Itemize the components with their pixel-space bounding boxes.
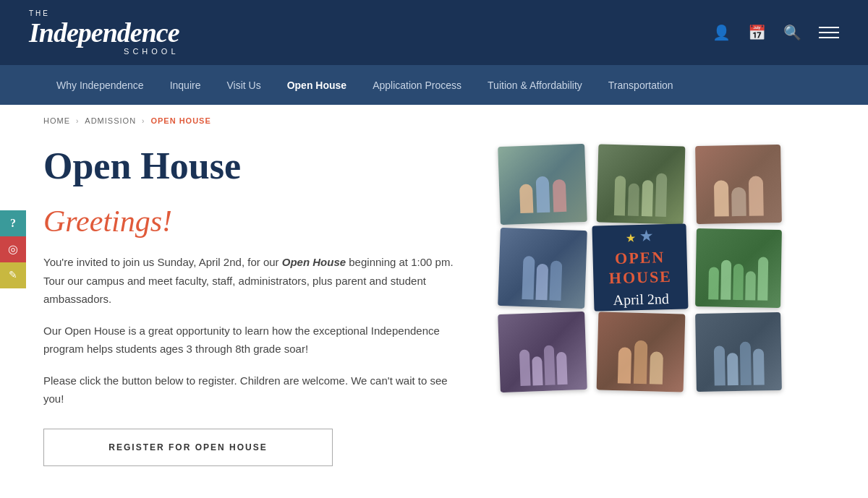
para1-text: You're invited to join us Sunday, April …	[43, 256, 282, 268]
open-house-card: ★ ★ OPEN HOUSE April 2nd	[592, 223, 688, 311]
logo-the: THE	[29, 10, 179, 17]
nav-transportation[interactable]: Transportation	[595, 65, 686, 105]
nav-visit-us[interactable]: Visit Us	[213, 65, 273, 105]
header-icons: 👤 📅 🔍	[712, 24, 839, 41]
open-house-title: OPEN HOUSE	[608, 248, 672, 288]
breadcrumb-current: OPEN HOUSE	[150, 116, 210, 125]
breadcrumb-home[interactable]: HOME	[43, 116, 70, 125]
photo-card-6	[695, 228, 782, 308]
para1-bold: Open House	[282, 256, 346, 268]
breadcrumb-sep-2: ›	[142, 117, 145, 125]
location-icon: ◎	[8, 242, 18, 256]
search-icon[interactable]: 🔍	[783, 24, 801, 41]
question-icon: ?	[10, 217, 16, 230]
nav-application-process[interactable]: Application Process	[359, 65, 475, 105]
user-icon[interactable]: 👤	[712, 24, 731, 41]
nav-open-house[interactable]: Open House	[274, 65, 359, 105]
main-nav: Why Independence Inquire Visit Us Open H…	[0, 65, 868, 105]
photo-card-7	[498, 312, 587, 392]
photo-collage: ★ ★ OPEN HOUSE April 2nd	[499, 145, 781, 398]
paragraph-3: Please click the button below to registe…	[43, 372, 470, 408]
logo-independence: Independence	[29, 19, 179, 46]
open-house-overlay: ★ ★ OPEN HOUSE April 2nd	[600, 224, 680, 312]
main-content: Open House Greetings! You're invited to …	[0, 131, 868, 495]
paragraph-1: You're invited to join us Sunday, April …	[43, 253, 470, 309]
photo-card-9	[695, 312, 782, 392]
greetings-heading: Greetings!	[43, 204, 470, 239]
register-button[interactable]: REGISTER FOR OPEN HOUSE	[43, 429, 333, 466]
side-icons: ? ◎ ✎	[0, 210, 26, 288]
question-icon-btn[interactable]: ?	[0, 210, 26, 236]
breadcrumb-sep-1: ›	[76, 117, 79, 125]
open-house-date: April 2nd	[613, 291, 669, 309]
content-right: ★ ★ OPEN HOUSE April 2nd	[499, 138, 781, 466]
photo-card-1	[498, 144, 587, 225]
photo-card-3	[695, 145, 782, 224]
page-title: Open House	[43, 145, 470, 186]
nav-inquire[interactable]: Inquire	[157, 65, 214, 105]
photo-card-4	[498, 228, 587, 309]
photo-card-8	[597, 312, 686, 392]
chat-icon-btn[interactable]: ✎	[0, 262, 26, 288]
nav-why-independence[interactable]: Why Independence	[43, 65, 157, 105]
site-header: THE Independence SCHOOL 👤 📅 🔍	[0, 0, 868, 65]
calendar-icon[interactable]: 📅	[748, 24, 766, 41]
hamburger-menu[interactable]	[819, 27, 839, 38]
logo-school: SCHOOL	[29, 48, 179, 56]
breadcrumb-admission[interactable]: ADMISSION	[85, 116, 136, 125]
photo-card-2	[597, 144, 686, 224]
content-left: Open House Greetings! You're invited to …	[43, 145, 470, 466]
paragraph-2: Our Open House is a great opportunity to…	[43, 322, 470, 359]
location-icon-btn[interactable]: ◎	[0, 236, 26, 262]
stars: ★ ★	[625, 227, 654, 246]
nav-tuition[interactable]: Tuition & Affordability	[475, 65, 595, 105]
site-logo[interactable]: THE Independence SCHOOL	[29, 10, 179, 56]
chat-icon: ✎	[9, 269, 17, 281]
breadcrumb: HOME › ADMISSION › OPEN HOUSE	[0, 105, 868, 131]
